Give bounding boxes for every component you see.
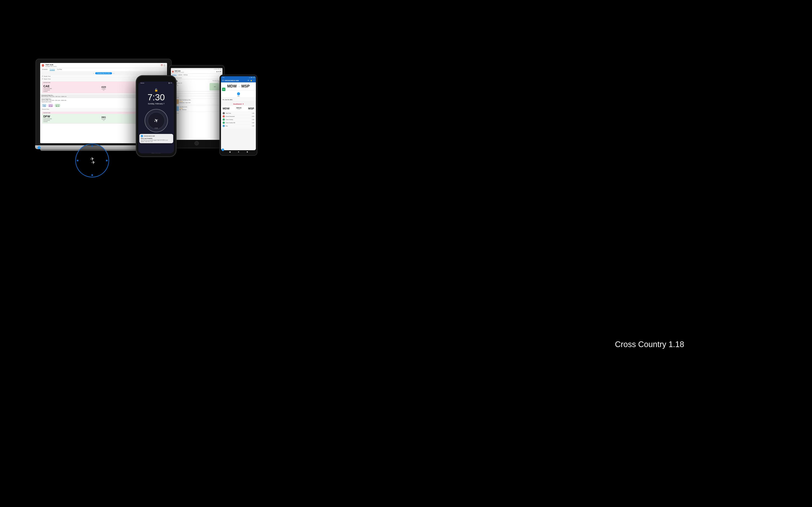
phone2-route-arrow: → bbox=[238, 85, 240, 88]
day-icon: ☀ bbox=[223, 125, 225, 127]
ring-dot-left bbox=[77, 160, 79, 161]
phone2-airline-name: Southwest bbox=[233, 103, 242, 105]
tablet-alert-icon: ▲ bbox=[216, 71, 218, 72]
phone2-log-section: ⏱ Total Time 1:18 ☁ Actual Instrument 0:… bbox=[221, 111, 256, 128]
tab-nav-timeline[interactable]: Timeline bbox=[172, 74, 176, 76]
sw-logo: SW bbox=[222, 88, 225, 91]
flight2-type: DEPARTURE bbox=[43, 112, 50, 113]
home-button[interactable]: ● bbox=[238, 151, 239, 153]
phone2-status-bar: 1:15 ▲WiFi🔋 bbox=[221, 76, 256, 79]
next-arrow[interactable]: › bbox=[113, 72, 114, 74]
tablet-settings-icon: ⚙ bbox=[220, 71, 221, 72]
day-value: 1:18 bbox=[252, 125, 254, 126]
flight1-dep-times: 16:04 (scheduled) 17:00 (actual) 02:58:0… bbox=[43, 88, 52, 92]
tablet-app-header: T TRIP HUB 46 flights this month ▲ ● ⚙ bbox=[171, 70, 222, 74]
layover-date: 2021 bbox=[210, 81, 220, 82]
phone2-app-icons: 🔍 🔔 ⋮ bbox=[248, 80, 255, 81]
cross-country-icon: ✈ bbox=[223, 118, 225, 121]
mini-map: MAP bbox=[210, 83, 220, 91]
ground-time-label: Ground Time bbox=[42, 109, 49, 110]
phone-screen: Verizon ▌ 178 🔓 7:30 Sunday, February 7 … bbox=[138, 81, 174, 153]
app-header: T TRIP HUB 46 flights this month ⏰ 📋 bbox=[40, 63, 167, 68]
tablet-logo: T bbox=[172, 71, 173, 72]
ring-dot-right bbox=[106, 160, 108, 161]
total-time-label: Total Time bbox=[225, 113, 252, 114]
tab-nav-settings[interactable]: Settings bbox=[184, 74, 188, 76]
phone-lock-content: 🔓 7:30 Sunday, February 7 ✈ HUB ✈ CROSSC… bbox=[138, 84, 174, 153]
tablet-home-button[interactable] bbox=[195, 141, 199, 145]
bell-icon[interactable]: 🔔 bbox=[250, 80, 252, 81]
phone2-status-icons: ▲WiFi🔋 bbox=[249, 77, 255, 78]
eat-drink-label: Find or Drink bbox=[172, 97, 221, 98]
phone2-to: MSP bbox=[241, 84, 250, 89]
log-row-actual-instrument: ☁ Actual Instrument 0:24 bbox=[223, 115, 254, 118]
hamburger-icon[interactable]: ☰ bbox=[222, 80, 224, 81]
tablet-screen: ▲ ●●●● WiFi 88% T TRIP HUB 46 flights th… bbox=[171, 68, 222, 140]
cross-country-value: 1:18 bbox=[252, 119, 254, 120]
notif-app-icon: ✈ bbox=[141, 135, 143, 137]
log-row-cross-country-sic: ✈ Cross Country SIC 1:18 bbox=[223, 121, 254, 124]
phone2-date-section: Fri, Jan 22, 2021 bbox=[221, 98, 256, 101]
more-icon[interactable]: ⋮ bbox=[253, 80, 255, 81]
ring-dot-top bbox=[91, 145, 93, 147]
stat-100: 100/873 29:26 bbox=[48, 104, 53, 107]
nav-schedule[interactable]: Schedule bbox=[42, 69, 48, 71]
back-button[interactable]: ◀ bbox=[229, 151, 231, 153]
phone2-edit-section: ✎ Edit bbox=[221, 91, 256, 98]
cross-country-sic-label: Cross Country SIC bbox=[225, 122, 252, 123]
prev-arrow[interactable]: ‹ bbox=[93, 72, 94, 74]
phone2-nav-bar: ◀ ● ■ bbox=[221, 150, 256, 154]
nav-timeline[interactable]: Timeline bbox=[50, 69, 55, 71]
phone-notch bbox=[150, 78, 163, 80]
tablet-signal: ▲ ●●●● bbox=[214, 68, 217, 69]
tablet-search-input[interactable] bbox=[172, 94, 221, 96]
phone-carrier: Verizon bbox=[140, 82, 144, 83]
tab-nav-logbook[interactable]: Logbook bbox=[178, 74, 182, 76]
phone2-help-button[interactable]: ? bbox=[221, 149, 224, 150]
tablet-battery: 88% bbox=[220, 68, 221, 69]
app-title: TRIP HUB bbox=[45, 64, 56, 66]
flight1-dep: CAE bbox=[43, 84, 52, 88]
edit-button[interactable]: ✎ bbox=[237, 92, 240, 95]
search-icon[interactable]: 🔍 bbox=[248, 80, 250, 81]
watch-label: HUB bbox=[155, 127, 158, 129]
nav-copilot[interactable]: Co-Pilot bbox=[57, 69, 62, 71]
log-row-day: ☀ Day 1:18 bbox=[223, 124, 254, 128]
actual-instrument-icon: ☁ bbox=[223, 115, 225, 117]
phone-time: 7:30 bbox=[148, 93, 165, 102]
phone-battery: ▌ 178 bbox=[169, 82, 172, 83]
tablet-card-1: Rush The Baking & Bar... ★★★★ Restaurant… bbox=[172, 99, 221, 105]
actual-instrument-value: 0:24 bbox=[252, 116, 254, 117]
phone-status-bar: Verizon ▌ 178 bbox=[138, 81, 174, 84]
recents-button[interactable]: ■ bbox=[247, 151, 248, 153]
tablet: ▲ ●●●● WiFi 88% T TRIP HUB 46 flights th… bbox=[169, 65, 224, 148]
tablet-nav: Timeline Logbook Settings bbox=[171, 74, 222, 76]
ring-dot-bottom bbox=[91, 174, 93, 176]
phone2-tail: N85342 bbox=[231, 107, 247, 109]
cross-country-label: Cross Country bbox=[225, 119, 252, 120]
log-row-total-time: ⏱ Total Time 1:18 bbox=[223, 112, 254, 115]
day-label: Day bbox=[225, 125, 252, 126]
notif-body: Auto Pilot has successfully logged Fligh… bbox=[141, 139, 172, 142]
tablet-user-icon: ● bbox=[218, 71, 219, 72]
swipe-hint: Swipe up to open bbox=[152, 153, 161, 153]
phone2-from: MDW bbox=[227, 84, 237, 89]
phone2-route: SW MDW → MSP bbox=[221, 82, 256, 91]
total-time-value: 1:18 bbox=[252, 113, 254, 114]
total-time-icon: ⏱ bbox=[223, 112, 225, 114]
flight1-type: DEPARTURE bbox=[43, 82, 50, 83]
tablet-subtitle: 46 flights this month bbox=[174, 72, 184, 73]
card-1-detail: Restaurant · Bar & Grill bbox=[180, 102, 191, 104]
card-1-name: Rush The Baking & Bar... bbox=[180, 99, 191, 101]
phone2-android: 1:15 ▲WiFi🔋 ☰ CROSSCHECK HUB 🔍 🔔 ⋮ SW bbox=[220, 75, 257, 155]
cross-country-text: Cross Country 1.18 bbox=[615, 340, 684, 349]
actual-instrument-label: Actual Instrument bbox=[225, 116, 252, 117]
stat-1005: 1005/360 56:24 bbox=[54, 104, 61, 107]
things-to-do-label: Things to Do bbox=[172, 113, 221, 114]
sba-section: SBA Santa Barbara, CA 34.53° N 120.45° W… bbox=[172, 79, 221, 92]
phone-lock-icon: 🔓 bbox=[154, 88, 158, 92]
stat-flight9: Flight/9 4:58 bbox=[42, 104, 47, 107]
app-subtitle: 46 flights this month bbox=[45, 66, 56, 67]
notif-app-name: CROSSCHECK HUB bbox=[144, 135, 155, 137]
phone2-date: Fri, Jan 22, 2021 bbox=[223, 99, 254, 100]
